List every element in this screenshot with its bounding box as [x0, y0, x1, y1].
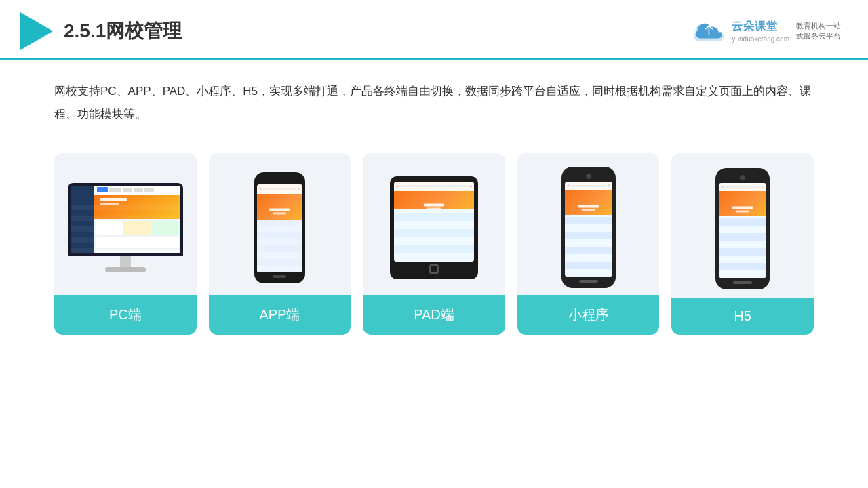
h5-phone — [715, 168, 770, 289]
h5-card-label: H5 — [671, 298, 814, 335]
tablet-device — [390, 176, 478, 279]
logo-triangle-icon — [20, 12, 53, 50]
pad-card: PAD端 — [363, 153, 505, 335]
pad-image-area — [363, 153, 505, 295]
pc-card: PC端 — [54, 153, 197, 335]
pc-monitor — [68, 183, 183, 272]
monitor-screen — [71, 186, 180, 253]
h5-phone-camera — [740, 175, 745, 180]
main-content: 网校支持PC、APP、PAD、小程序、H5，实现多端打通，产品各终端自由切换，数… — [0, 60, 868, 348]
brand-url: yunduoketang.com — [732, 35, 789, 43]
miniprogram-image-area — [517, 153, 660, 295]
monitor-screen-wrapper — [68, 183, 183, 256]
miniprogram-card-label: 小程序 — [517, 295, 660, 335]
app-card: APP端 — [209, 153, 351, 335]
page-header: 2.5.1网校管理 云朵课堂 yunduoketang.com 教育机构一站 式… — [0, 0, 868, 60]
monitor-neck — [120, 256, 131, 267]
app-card-label: APP端 — [209, 295, 351, 335]
brand-name: 云朵课堂 — [732, 20, 778, 34]
app-image-area — [209, 153, 351, 295]
brand-text: 云朵课堂 yunduoketang.com — [732, 20, 789, 43]
monitor-base — [105, 267, 146, 272]
miniprogram-card: 小程序 — [517, 153, 660, 335]
pc-image-area — [54, 153, 197, 295]
phone-home-button — [273, 275, 286, 278]
cloud-logo-icon — [694, 19, 726, 43]
mini-phone-screen — [565, 182, 612, 277]
page-title: 2.5.1网校管理 — [64, 18, 182, 44]
h5-phone-bar — [733, 281, 752, 284]
miniprogram-phone — [561, 167, 616, 288]
tablet-screen — [394, 182, 474, 262]
h5-phone-screen — [719, 183, 766, 278]
brand-slogan: 教育机构一站 式服务云平台 — [796, 21, 841, 42]
mini-phone-bar — [579, 280, 598, 283]
cards-container: PC端 — [54, 153, 814, 335]
header-right: 云朵课堂 yunduoketang.com 教育机构一站 式服务云平台 — [694, 19, 841, 43]
h5-card: H5 — [671, 153, 814, 335]
pad-card-label: PAD端 — [363, 295, 505, 335]
description-text: 网校支持PC、APP、PAD、小程序、H5，实现多端打通，产品各终端自由切换，数… — [54, 80, 814, 126]
mini-phone-camera — [586, 174, 591, 179]
phone-notch — [271, 178, 288, 182]
phone-screen — [257, 184, 302, 272]
header-left: 2.5.1网校管理 — [20, 12, 182, 50]
pc-card-label: PC端 — [54, 295, 197, 335]
phone-device — [254, 172, 305, 283]
h5-image-area — [671, 153, 814, 298]
brand-logo: 云朵课堂 yunduoketang.com — [694, 19, 789, 43]
tablet-home-button — [429, 264, 439, 274]
